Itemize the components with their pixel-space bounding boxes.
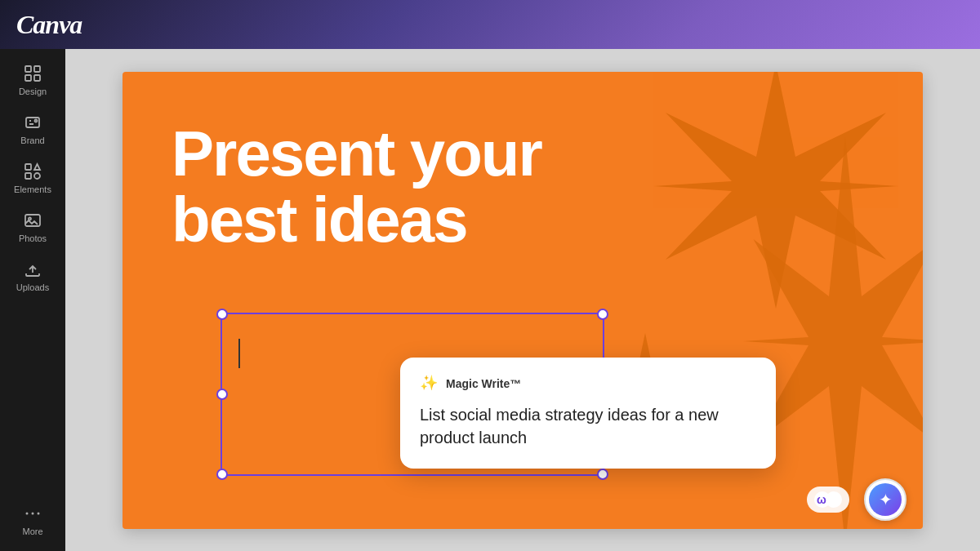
magic-write-icon: ✨: [420, 374, 439, 393]
brand-label: Brand: [20, 136, 44, 145]
magic-write-popup: ✨ Magic Write™ List social media strateg…: [400, 358, 776, 469]
handle-bottom-right[interactable]: [597, 469, 608, 480]
magic-button-icon: ✦: [879, 490, 893, 509]
design-icon: [23, 64, 42, 83]
svg-rect-3: [34, 75, 40, 81]
canvas-container[interactable]: Present your best ideas ✨ Magic Write™: [122, 72, 923, 529]
canvas-headline: Present your best ideas: [172, 121, 541, 255]
svg-point-14: [38, 513, 40, 515]
photos-icon: [23, 211, 42, 230]
uploads-icon: [23, 260, 42, 279]
more-label: More: [22, 527, 42, 536]
svg-rect-9: [25, 173, 31, 179]
svg-marker-17: [743, 137, 923, 529]
main-area: Design Brand Elements: [0, 49, 980, 551]
svg-rect-0: [25, 66, 31, 72]
svg-point-11: [29, 218, 31, 220]
svg-marker-7: [34, 164, 40, 170]
handle-bottom-left[interactable]: [216, 469, 228, 480]
svg-rect-4: [26, 118, 39, 127]
svg-point-8: [34, 173, 40, 179]
magic-write-header: ✨ Magic Write™: [420, 374, 756, 393]
handle-top-right[interactable]: [597, 309, 608, 320]
elements-label: Elements: [14, 184, 51, 194]
svg-rect-10: [25, 215, 40, 226]
top-bar: Canva: [0, 0, 980, 49]
handle-top-left[interactable]: [216, 309, 228, 320]
svg-rect-6: [25, 164, 31, 170]
photos-label: Photos: [19, 233, 47, 243]
sidebar-item-elements[interactable]: Elements: [4, 155, 61, 201]
elements-icon: [23, 162, 42, 181]
svg-point-12: [26, 513, 29, 515]
svg-point-5: [35, 120, 38, 122]
magic-write-prompt: List social media strategy ideas for a n…: [420, 403, 756, 449]
headline-line1: Present your: [172, 121, 541, 188]
canva-watermark: ω: [807, 487, 849, 513]
watermark-svg: ω: [813, 491, 843, 509]
svg-point-13: [32, 513, 34, 515]
canvas-area: Present your best ideas ✨ Magic Write™: [65, 49, 980, 551]
star-decoration-right: [743, 137, 923, 529]
brand-icon: [23, 113, 42, 132]
headline-line2: best ideas: [172, 187, 541, 254]
magic-button-inner: ✦: [869, 483, 902, 516]
svg-rect-2: [25, 75, 31, 81]
sidebar: Design Brand Elements: [0, 49, 65, 551]
svg-point-19: [826, 491, 842, 508]
sidebar-item-design[interactable]: Design: [4, 57, 61, 103]
handle-middle-left[interactable]: [216, 389, 228, 400]
svg-rect-1: [34, 66, 40, 72]
magic-button[interactable]: ✦: [864, 478, 906, 521]
watermark-logo: ω: [807, 487, 849, 513]
sidebar-item-more[interactable]: More: [4, 497, 61, 543]
canva-logo[interactable]: Canva: [16, 10, 82, 40]
sidebar-item-brand[interactable]: Brand: [4, 106, 61, 152]
svg-text:ω: ω: [817, 493, 826, 506]
design-label: Design: [19, 87, 47, 96]
sidebar-item-photos[interactable]: Photos: [4, 204, 61, 250]
more-icon: [23, 504, 42, 523]
sidebar-item-uploads[interactable]: Uploads: [4, 253, 61, 299]
text-cursor: [238, 339, 240, 368]
magic-write-title: Magic Write™: [446, 377, 521, 390]
uploads-label: Uploads: [16, 282, 49, 292]
